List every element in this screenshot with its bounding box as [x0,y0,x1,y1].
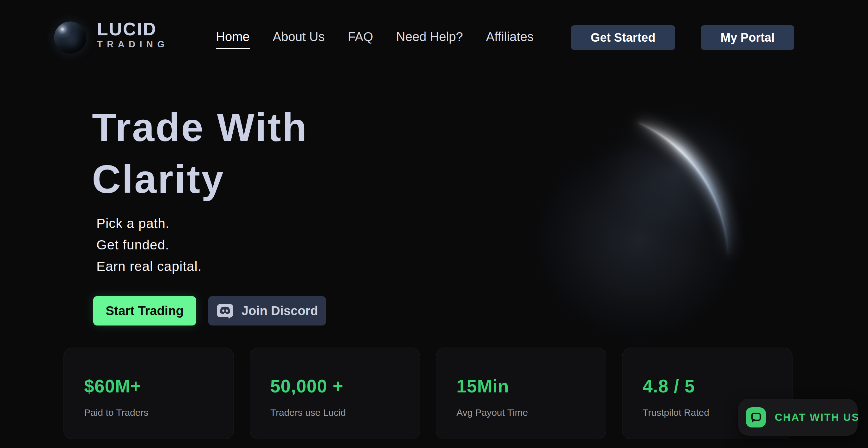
nav-item-home[interactable]: Home [216,30,250,49]
top-navigation-bar: LUCID TRADING Home About Us FAQ Need Hel… [0,0,868,72]
hero-cta-row: Start Trading Join Discord [93,296,326,325]
join-discord-label: Join Discord [242,304,318,318]
nav-item-faq[interactable]: FAQ [348,30,373,43]
stat-label: Avg Payout Time [457,407,528,418]
tagline-line: Pick a path. [96,213,202,234]
stat-label: Trustpilot Rated [643,407,709,418]
stat-label: Paid to Traders [84,407,148,418]
eclipse-logo-icon [54,22,86,54]
stat-label: Traders use Lucid [270,407,346,418]
stat-value: 50,000 + [270,376,343,397]
stat-value: 15Min [457,376,509,397]
hero-heading: Trade With Clarity [92,102,308,205]
nav-item-about-us[interactable]: About Us [273,30,325,43]
hero-heading-line1: Trade With [92,105,308,150]
brand-wordmark: LUCID TRADING [97,20,169,50]
main-nav: Home About Us FAQ Need Help? Affiliates [216,30,533,49]
tagline-line: Get funded. [96,234,202,256]
hero-heading-line2: Clarity [92,157,225,201]
stat-card-paid-to-traders: $60M+ Paid to Traders [64,348,234,439]
stat-value: 4.8 / 5 [643,376,695,397]
nav-item-need-help[interactable]: Need Help? [396,30,463,43]
lucid-trading-landing-page: LUCID TRADING Home About Us FAQ Need Hel… [0,0,868,448]
brand-name: LUCID [97,20,169,38]
nav-item-affiliates[interactable]: Affiliates [486,30,533,43]
brand-subname: TRADING [97,38,169,50]
my-portal-button[interactable]: My Portal [701,25,794,50]
discord-icon [216,303,234,319]
chat-with-us-widget[interactable]: CHAT WITH US [738,399,858,436]
start-trading-button[interactable]: Start Trading [93,296,196,325]
stat-card-avg-payout-time: 15Min Avg Payout Time [436,348,606,439]
join-discord-button[interactable]: Join Discord [208,296,326,325]
speech-bubble-icon [746,407,766,427]
hero-tagline: Pick a path. Get funded. Earn real capit… [96,213,202,277]
stat-value: $60M+ [84,376,141,397]
brand-logo[interactable]: LUCID TRADING [53,20,169,50]
stat-card-traders-use-lucid: 50,000 + Traders use Lucid [250,348,420,439]
get-started-button[interactable]: Get Started [571,25,675,50]
chat-with-us-label: CHAT WITH US [775,411,860,423]
tagline-line: Earn real capital. [96,256,202,277]
